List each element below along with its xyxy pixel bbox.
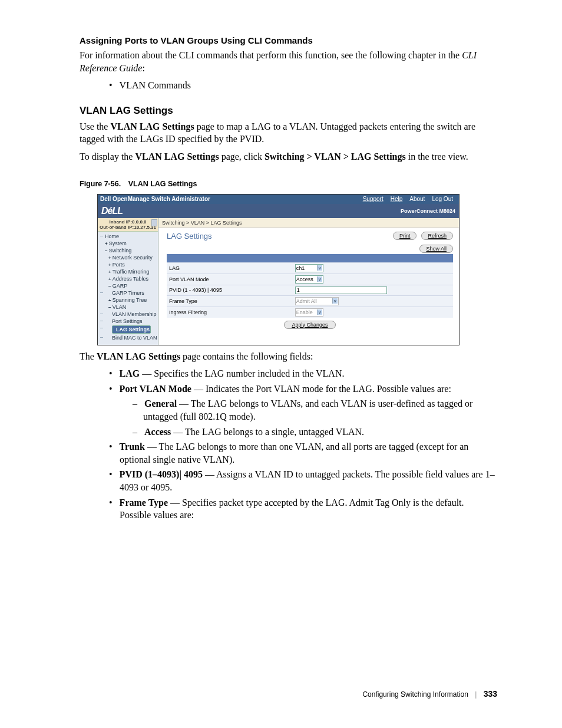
tree-label: Ports — [113, 262, 125, 268]
tree-system[interactable]: System — [100, 240, 158, 247]
text: : — [142, 63, 144, 73]
chevron-down-icon: v — [317, 265, 322, 271]
tree-label: Switching — [109, 248, 132, 253]
list-item: Trunk — The LAG belongs to more than one… — [109, 440, 497, 466]
tree-garp[interactable]: GARP — [100, 282, 158, 289]
text-bold: VLAN LAG Settings — [110, 121, 194, 131]
field-label: Port VLAN Mode — [167, 274, 293, 285]
text: — Indicates the Port VLAN mode for the L… — [191, 384, 451, 394]
list-item: General — The LAG belongs to VLANs, and … — [133, 397, 497, 423]
tree-traffic-mirroring[interactable]: Traffic Mirroring — [100, 268, 158, 275]
main-panel: Switching > VLAN > LAG Settings LAG Sett… — [158, 218, 459, 345]
show-all-button[interactable]: Show All — [419, 245, 453, 253]
text: — Specifies packet type accepted by the … — [120, 498, 464, 521]
text-bold: Switching > VLAN > LAG Settings — [265, 151, 406, 162]
figure-caption: Figure 7-56. VLAN LAG Settings — [80, 180, 497, 188]
list-item: PVID (1–4093)| 4095 — Assigns a VLAN ID … — [109, 468, 497, 493]
field-label: PVID (1 - 4093) | 4095 — [167, 285, 293, 295]
table-row: Ingress Filtering Enablev — [167, 307, 453, 318]
subsection-heading: Assigning Ports to VLAN Groups Using CLI… — [80, 35, 497, 45]
text-bold: PVID (1–4093)| 4095 — [120, 469, 203, 479]
frame-type-select: Admit Allv — [295, 297, 339, 305]
tree-lag-settings[interactable]: LAG Settings — [100, 325, 158, 334]
breadcrumb: Switching > VLAN > LAG Settings — [158, 218, 459, 228]
page-number: 333 — [484, 689, 497, 699]
select-value: Enable — [296, 309, 313, 315]
support-link[interactable]: Support — [363, 196, 384, 202]
field-label: Ingress Filtering — [167, 307, 293, 318]
text: The — [80, 351, 97, 361]
app-titlebar: Dell OpenManage Switch Administrator Sup… — [98, 195, 459, 204]
text: page, click — [219, 151, 265, 162]
oob-ip: Out-of-band IP:10.27.5.31 — [98, 225, 158, 230]
list-item: LAG — Specifies the LAG number included … — [109, 367, 497, 380]
text-bold: Trunk — [120, 442, 145, 452]
app-title: Dell OpenManage Switch Administrator — [100, 196, 210, 202]
select-value: Admit All — [296, 298, 317, 304]
text: — The LAG belongs to more than one VLAN,… — [120, 442, 468, 465]
page-title: LAG Settings — [167, 232, 212, 241]
table-row: LAG ch1v — [167, 262, 453, 274]
tree-label: GARP — [113, 283, 128, 289]
lag-select[interactable]: ch1v — [295, 264, 323, 272]
tree-spanning-tree[interactable]: Spanning Tree — [100, 297, 158, 304]
list-item: Port VLAN Mode — Indicates the Port VLAN… — [109, 383, 497, 396]
tree-address-tables[interactable]: Address Tables — [100, 275, 158, 282]
separator-icon: | — [475, 690, 477, 699]
text-bold: VLAN LAG Settings — [135, 151, 219, 162]
ingress-filtering-select: Enablev — [295, 308, 323, 317]
table-row: Frame Type Admit Allv — [167, 295, 453, 307]
scroll-up-icon[interactable] — [151, 219, 157, 226]
footer-text: Configuring Switching Information — [362, 690, 468, 699]
tree-garp-timers[interactable]: GARP Timers — [100, 289, 158, 297]
tree-label: VLAN — [113, 304, 127, 310]
list-item: VLAN Commands — [109, 79, 497, 92]
tree-network-security[interactable]: Network Security — [100, 254, 158, 261]
select-value: Access — [296, 276, 313, 282]
tree-label: Address Tables — [113, 276, 148, 282]
paragraph: For information about the CLI commands t… — [80, 49, 497, 74]
port-vlan-mode-select[interactable]: Accessv — [295, 275, 323, 284]
section-bar — [167, 254, 453, 262]
table-row: PVID (1 - 4093) | 4095 1 — [167, 285, 453, 295]
nav-tree[interactable]: Inband IP:0.0.0.0 Out-of-band IP:10.27.5… — [98, 218, 158, 345]
apply-changes-button[interactable]: Apply Changes — [284, 321, 335, 329]
refresh-button[interactable]: Refresh — [421, 232, 453, 240]
tree-ports[interactable]: Ports — [100, 261, 158, 268]
paragraph: To display the VLAN LAG Settings page, c… — [80, 150, 497, 163]
pvid-input[interactable]: 1 — [295, 286, 387, 294]
text: — Specifies the LAG number included in t… — [140, 368, 344, 378]
field-label: LAG — [167, 262, 293, 274]
paragraph: The VLAN LAG Settings page contains the … — [80, 350, 497, 363]
tree-vlan[interactable]: VLAN — [100, 304, 158, 311]
text-bold: Port VLAN Mode — [120, 384, 191, 394]
tree-home[interactable]: Home — [100, 233, 158, 240]
inband-ip: Inband IP:0.0.0.0 — [98, 219, 158, 225]
tree-switching[interactable]: Switching — [100, 247, 158, 254]
text-bold: VLAN LAG Settings — [97, 351, 180, 361]
tree-label: System — [109, 241, 127, 246]
list-item: Access — The LAG belongs to a single, un… — [133, 426, 497, 439]
list-item: Frame Type — Specifies packet type accep… — [109, 496, 497, 522]
help-link[interactable]: Help — [391, 196, 403, 202]
text-bold: Frame Type — [120, 498, 168, 508]
tree-vlan-membership[interactable]: VLAN Membership — [100, 311, 158, 318]
text: VLAN Commands — [120, 80, 191, 90]
text-bold: LAG — [120, 368, 140, 378]
about-link[interactable]: About — [409, 196, 425, 202]
brand-bar: DéLL PowerConnect M8024 — [98, 204, 459, 218]
logout-link[interactable]: Log Out — [432, 196, 453, 202]
text: Use the — [80, 121, 110, 131]
settings-form: LAG ch1v Port VLAN Mode Accessv PVID (1 … — [167, 262, 453, 318]
text: page contains the following fields: — [180, 351, 313, 361]
text: in the tree view. — [406, 151, 468, 162]
print-button[interactable]: Print — [393, 232, 417, 240]
chevron-down-icon: v — [317, 276, 322, 282]
paragraph: Use the VLAN LAG Settings page to map a … — [80, 120, 497, 146]
table-row: Port VLAN Mode Accessv — [167, 274, 453, 285]
field-label: Frame Type — [167, 295, 293, 307]
text: For information about the CLI commands t… — [80, 50, 462, 60]
select-value: ch1 — [296, 265, 305, 271]
tree-bind-mac[interactable]: Bind MAC to VLAN — [100, 334, 158, 341]
tree-port-settings[interactable]: Port Settings — [100, 318, 158, 325]
